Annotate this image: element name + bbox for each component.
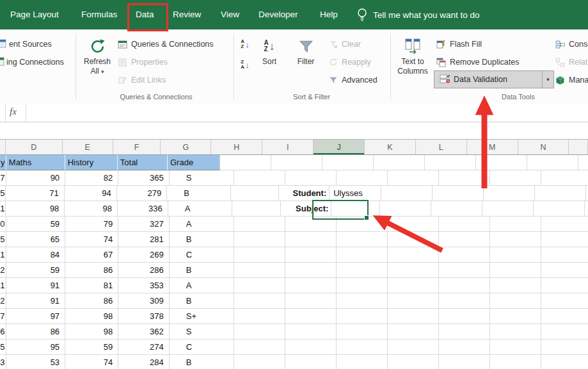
flash-fill-button[interactable]: Flash Fill xyxy=(436,37,482,51)
empty-cells[interactable] xyxy=(234,247,588,263)
cell[interactable]: S+ xyxy=(170,309,234,324)
cell[interactable]: 79 xyxy=(65,217,118,232)
cell[interactable]: 1 xyxy=(0,278,6,293)
empty-cells[interactable] xyxy=(234,278,588,293)
cell[interactable]: C xyxy=(170,247,234,263)
empty-cells[interactable] xyxy=(380,201,588,217)
column-header-G[interactable]: G xyxy=(161,140,211,154)
cell[interactable]: 1 xyxy=(0,247,6,263)
cell[interactable]: C xyxy=(170,340,234,355)
cell[interactable]: 91 xyxy=(6,293,66,309)
cell[interactable]: A xyxy=(168,201,233,217)
sort-button[interactable]: AZ↓ Sort xyxy=(253,33,285,94)
cell[interactable]: 59 xyxy=(6,263,66,278)
empty-cells[interactable] xyxy=(234,263,588,278)
cell[interactable]: 2 xyxy=(0,263,6,278)
tab-review[interactable]: Review xyxy=(173,0,201,29)
column-header-J-selected[interactable]: J xyxy=(314,140,365,154)
empty-cells[interactable] xyxy=(234,217,588,232)
sort-az-button[interactable]: AZ↓ xyxy=(237,36,253,53)
cell[interactable]: 74 xyxy=(65,232,118,247)
cell[interactable]: Grade xyxy=(168,155,220,170)
data-validation-dropdown[interactable]: ▾ xyxy=(542,71,553,88)
sort-za-button[interactable]: ZA↓ xyxy=(237,56,253,73)
existing-connections-button[interactable]: ing Connections xyxy=(6,55,64,69)
cell[interactable]: History xyxy=(65,155,118,170)
cell[interactable]: 279 xyxy=(117,186,167,201)
cell[interactable]: 3 xyxy=(0,355,6,369)
cell[interactable]: 281 xyxy=(118,232,169,247)
cell[interactable]: 86 xyxy=(65,293,118,309)
empty-cells[interactable] xyxy=(234,232,588,247)
cell[interactable]: 327 xyxy=(118,217,169,232)
cell[interactable]: 98 xyxy=(65,309,118,324)
cell[interactable]: 98 xyxy=(6,201,65,217)
tab-page-layout[interactable]: Page Layout xyxy=(10,0,59,29)
cell[interactable]: 362 xyxy=(118,324,169,340)
cell[interactable]: 5 xyxy=(0,186,6,201)
manage-data-model-button[interactable]: Manage xyxy=(555,73,588,87)
empty-cells[interactable] xyxy=(220,155,588,170)
cell[interactable]: 274 xyxy=(118,340,169,355)
cell[interactable]: A xyxy=(170,278,234,293)
column-header-I[interactable]: I xyxy=(262,140,314,154)
student-label-cell[interactable]: Student: xyxy=(279,186,330,201)
cell[interactable]: 90 xyxy=(6,170,66,186)
cell[interactable]: 5 xyxy=(0,340,6,355)
cell[interactable]: 378 xyxy=(118,309,169,324)
empty-cells[interactable] xyxy=(234,355,588,369)
cell[interactable]: 84 xyxy=(6,247,66,263)
formula-input[interactable] xyxy=(26,104,588,122)
cell[interactable] xyxy=(231,186,279,201)
cell[interactable]: 82 xyxy=(65,170,118,186)
cell[interactable]: S xyxy=(170,170,234,186)
empty-cells[interactable] xyxy=(381,186,588,201)
tab-formulas[interactable]: Formulas xyxy=(81,0,117,29)
cell[interactable]: 98 xyxy=(65,324,118,340)
cell[interactable]: 5 xyxy=(0,232,6,247)
cell[interactable]: 59 xyxy=(65,340,118,355)
cell[interactable]: Total xyxy=(118,155,168,170)
column-header-D[interactable]: D xyxy=(6,140,63,154)
cell[interactable]: 67 xyxy=(65,247,118,263)
column-header-L[interactable]: L xyxy=(416,140,467,154)
queries-connections-button[interactable]: Queries & Connections xyxy=(118,37,214,51)
cell[interactable]: 59 xyxy=(6,217,66,232)
cell[interactable]: B xyxy=(170,293,234,309)
empty-cells[interactable] xyxy=(234,170,588,186)
column-header-H[interactable]: H xyxy=(211,140,262,154)
cell[interactable]: 95 xyxy=(6,340,66,355)
text-to-columns-button[interactable]: Text to Columns xyxy=(392,33,434,94)
cell[interactable]: 0 xyxy=(0,217,6,232)
column-header-F[interactable]: F xyxy=(113,140,161,154)
cell[interactable]: A xyxy=(170,217,234,232)
cell[interactable]: 98 xyxy=(65,201,118,217)
cell[interactable]: 53 xyxy=(6,355,66,369)
cell[interactable]: 86 xyxy=(65,263,118,278)
cell[interactable]: 365 xyxy=(118,170,169,186)
fill-handle[interactable] xyxy=(364,215,369,220)
cell[interactable]: 6 xyxy=(0,324,6,340)
tab-developer[interactable]: Developer xyxy=(258,0,298,29)
consolidate-button[interactable]: Consolid xyxy=(555,37,588,51)
cell[interactable]: 336 xyxy=(118,201,168,217)
empty-cells[interactable] xyxy=(234,293,588,309)
tab-help[interactable]: Help xyxy=(320,0,338,29)
cell[interactable] xyxy=(232,201,281,217)
cell[interactable]: B xyxy=(170,355,234,369)
refresh-all-button[interactable]: Refresh All ▾ xyxy=(79,33,115,94)
cell[interactable]: 2 xyxy=(0,293,6,309)
data-validation-button[interactable]: Data Validation ▾ xyxy=(434,70,554,88)
cell[interactable]: 286 xyxy=(118,263,169,278)
cell[interactable]: B xyxy=(170,232,234,247)
cell[interactable]: 1 xyxy=(0,201,6,217)
student-value-cell[interactable]: Ulysses xyxy=(330,186,381,201)
cell[interactable]: B xyxy=(167,186,231,201)
cell[interactable]: 91 xyxy=(6,278,66,293)
column-header-E[interactable]: E xyxy=(63,140,113,154)
empty-cells[interactable] xyxy=(234,309,588,324)
cell[interactable]: y xyxy=(0,155,6,170)
cell[interactable]: 269 xyxy=(118,247,169,263)
cell[interactable]: Maths xyxy=(6,155,65,170)
cell[interactable]: 65 xyxy=(6,232,66,247)
